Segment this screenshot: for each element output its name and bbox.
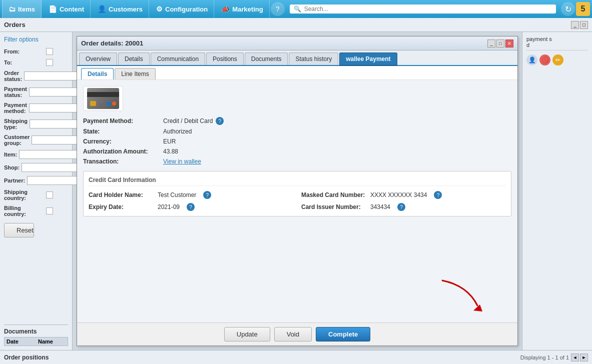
nav-next-button[interactable]: ► [580,354,588,362]
card-holder-help-icon[interactable]: ? [203,191,211,199]
order-positions-title: Order positions [4,354,49,361]
issuer-help-icon[interactable]: ? [397,203,405,211]
nav-arrows: ◄ ► [571,354,588,362]
cc-section-title: Credit Card Information [89,176,506,186]
user-action-icon[interactable]: 👤 [526,54,537,66]
void-button[interactable]: Void [274,327,312,342]
expiry-help-icon[interactable]: ? [187,203,195,211]
filter-payment-method-row: Payment method: [4,102,68,114]
filter-shipping-country-row: Shipping country: [4,189,68,201]
payment-details-table: Payment Method: Credit / Debit Card ? St… [83,117,511,165]
search-input[interactable] [304,6,552,12]
edit-action-icon[interactable]: ✏ [552,54,563,66]
nav-item-customers[interactable]: 👤 Customers [92,0,149,18]
nav-item-content[interactable]: 📄 Content [43,0,91,18]
nav-prev-button[interactable]: ◄ [571,354,579,362]
nav-item-configuration[interactable]: ⚙ Configuration [150,0,214,18]
filter-shipping-country-checkbox[interactable] [46,192,53,198]
complete-button[interactable]: Complete [316,327,370,342]
transaction-label: Transaction: [83,158,163,165]
card-dots [107,102,116,106]
footer-bar: Update Void Complete [77,322,517,346]
nav-item-marketing[interactable]: 📣 Marketing [215,0,269,18]
tab-wallee-payment[interactable]: wallee Payment [339,52,397,66]
credit-card-info-section: Credit Card Information Card Holder Name… [83,171,511,216]
issuer-field: Card Issuer Number: 343434 ? [301,203,506,211]
sub-tab-line-items[interactable]: Line Items [115,68,155,80]
cancel-action-icon[interactable]: 🚫 [539,54,550,66]
auth-amount-value: 43.88 [163,148,178,155]
nav-item-items[interactable]: 🗂 Items [2,0,42,18]
order-details-window: Order details: 20001 _ □ ✕ Overview Deta… [77,36,518,346]
doc-col-date: Date [5,338,36,346]
payment-method-value: Credit / Debit Card [163,118,213,124]
filter-partner-row: Partner: [4,176,68,185]
transaction-link[interactable]: View in wallee [163,158,201,165]
tab-positions[interactable]: Positions [206,52,244,65]
payment-method-help-icon[interactable]: ? [216,117,224,125]
order-close-button[interactable]: ✕ [505,40,513,48]
order-restore-button[interactable]: □ [496,40,504,48]
tab-documents[interactable]: Documents [245,52,288,65]
card-stripe [87,92,119,97]
masked-card-label: Masked Card Number: [301,192,366,198]
search-bar[interactable]: 🔍 [290,4,556,14]
filter-payment-method-label: Payment method: [4,102,27,114]
documents-section: Documents Date Name [4,324,68,346]
restore-button[interactable]: □ [580,21,588,29]
filter-shipping-type-label: Shipping type: [4,118,28,130]
state-value: Authorized [163,128,192,135]
expiry-field: Expiry Date: 2021-09 ? [89,203,293,211]
update-button[interactable]: Update [224,327,270,342]
filter-payment-status-row: Payment status: [4,86,68,98]
order-content: Payment Method: Credit / Debit Card ? St… [77,80,517,322]
help-button[interactable]: ? [271,2,285,16]
payment-logo [83,86,123,111]
filter-shipping-country-label: Shipping country: [4,189,44,201]
cc-grid: Card Holder Name: Test Customer ? Masked… [89,191,506,211]
displaying-text: Displaying 1 - 1 of 1 [520,354,569,360]
configuration-icon: ⚙ [156,5,163,13]
tab-communication[interactable]: Communication [151,52,205,65]
sub-tab-details[interactable]: Details [81,68,114,80]
filter-to-label: To: [4,60,44,66]
content-icon: 📄 [49,5,57,13]
currency-row: Currency: EUR [83,138,511,145]
filter-billing-country-checkbox[interactable] [46,208,53,214]
filter-from-row: From: [4,48,68,55]
filter-item-label: Item: [4,152,17,158]
tab-status-history[interactable]: Status history [289,52,338,65]
masked-card-value: XXXX XXXXXX 3434 [370,192,427,198]
card-holder-field: Card Holder Name: Test Customer ? [89,191,293,199]
doc-col-name: Name [36,338,68,346]
filter-item-row: Item: [4,150,68,159]
order-minimize-button[interactable]: _ [487,40,495,48]
sidebar: Filter options From: To: Order status: P… [0,32,73,350]
filter-options-button[interactable]: Filter options [4,36,68,43]
filter-payment-status-label: Payment status: [4,86,27,98]
right-panel-actions: 👤 🚫 ✏ [526,54,588,66]
state-label: State: [83,128,163,135]
filter-to-checkbox[interactable] [46,59,53,66]
payment-method-row: Payment Method: Credit / Debit Card ? [83,117,511,125]
window-controls: _ □ [571,21,588,29]
masked-card-help-icon[interactable]: ? [434,191,442,199]
main-panel: Order details: 20001 _ □ ✕ Overview Deta… [73,32,522,350]
transaction-row: Transaction: View in wallee [83,158,511,165]
filter-shop-row: Shop: [4,163,68,172]
documents-title: Documents [4,328,68,335]
minimize-button[interactable]: _ [571,21,579,29]
dot-blue [107,102,111,106]
reset-button[interactable]: Reset [4,223,34,238]
content-area: Filter options From: To: Order status: P… [0,32,592,350]
order-win-controls: _ □ ✕ [487,40,513,48]
main-area: Orders _ □ Filter options From: To: Orde… [0,18,592,364]
filter-from-checkbox[interactable] [46,48,53,55]
tab-overview[interactable]: Overview [79,52,117,65]
auth-amount-row: Authorization Amount: 43.88 [83,148,511,155]
customers-icon: 👤 [98,5,106,13]
tab-details[interactable]: Details [118,52,150,65]
refresh-button[interactable]: ↻ [561,2,575,16]
bottom-bar: Order positions Displaying 1 - 1 of 1 ◄ … [0,350,592,364]
top-navigation: 🗂 Items 📄 Content 👤 Customers ⚙ Configur… [0,0,592,18]
